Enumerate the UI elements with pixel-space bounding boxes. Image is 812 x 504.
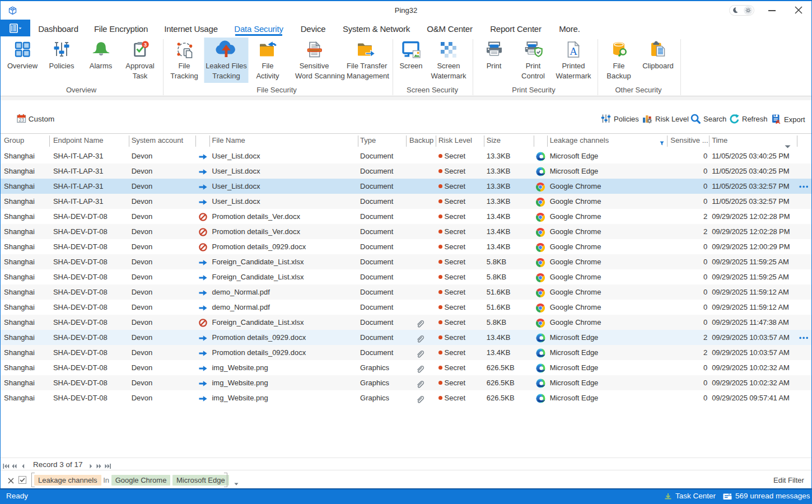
svg-text:23: 23	[19, 117, 25, 123]
svg-text:A: A	[570, 45, 577, 57]
svg-text:3: 3	[143, 41, 146, 47]
